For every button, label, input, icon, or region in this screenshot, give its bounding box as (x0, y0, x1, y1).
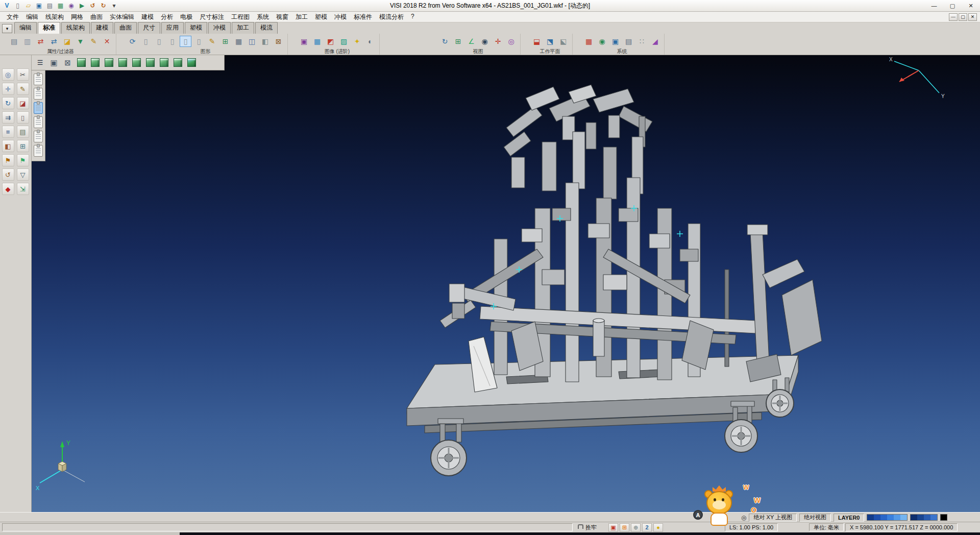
board-grid-icon[interactable]: ▦ (233, 36, 244, 47)
points-grid-icon[interactable]: ∷ (636, 36, 648, 47)
rotate-icon[interactable]: ↻ (2, 97, 14, 109)
filter-edit-icon[interactable]: ✎ (88, 36, 100, 47)
eye-icon[interactable]: ◉ (479, 36, 491, 47)
swap-blue-icon[interactable]: ⇄ (48, 36, 60, 47)
board-copy-icon[interactable]: ◫ (246, 36, 258, 47)
table-icon[interactable]: ▤ (623, 36, 634, 47)
paint-icon[interactable]: ◧ (2, 140, 14, 152)
marker-icon[interactable]: ◆ (2, 183, 14, 195)
macro-play-icon[interactable]: ▶ (77, 2, 87, 10)
scissors-icon[interactable]: ✂ (17, 68, 29, 81)
attach-icon[interactable]: ⊕ (631, 523, 641, 532)
tab-dimension[interactable]: 尺寸 (138, 22, 160, 34)
tab-edit[interactable]: 编辑 (14, 22, 37, 34)
menu-item[interactable]: 塑模 (311, 12, 331, 22)
axis-view-icon[interactable]: ✛ (492, 36, 504, 47)
maximize-button[interactable]: ▢ (943, 1, 962, 11)
palette-icon[interactable]: ◩ (325, 36, 336, 47)
swap-red-icon[interactable]: ⇄ (35, 36, 46, 47)
view-right-icon[interactable] (116, 56, 129, 69)
measure-icon[interactable]: ∠ (465, 36, 477, 47)
pencil-icon[interactable]: ✎ (17, 83, 29, 95)
board-2-icon[interactable]: ▯ (153, 36, 165, 47)
color-grid-icon[interactable]: ▦ (583, 36, 595, 47)
zoom-extents-icon[interactable]: ⊞ (452, 36, 464, 47)
light-icon[interactable]: ✦ (351, 36, 363, 47)
view-left-icon[interactable] (130, 56, 143, 69)
open-folder-icon[interactable]: ▱ (23, 2, 33, 10)
layer-2-icon[interactable]: 2 (642, 523, 652, 532)
offset-icon[interactable]: ⇉ (2, 111, 14, 124)
zoom-select-icon[interactable]: ◎ (2, 68, 14, 81)
monitor-icon[interactable]: ▣ (609, 36, 621, 47)
display-mode-2-icon[interactable] (34, 88, 43, 100)
menu-item[interactable]: 线架构 (42, 12, 67, 22)
redo-icon[interactable]: ↻ (99, 2, 108, 10)
tab-modeling[interactable]: 建模 (91, 22, 113, 34)
workplane-align-icon[interactable]: ⬔ (544, 36, 556, 47)
taskbar-strip[interactable] (0, 532, 980, 535)
tab-standard[interactable]: 标准 (38, 22, 60, 34)
tab-die[interactable]: 冲模 (208, 22, 231, 34)
board-5-icon[interactable]: ▯ (193, 36, 205, 47)
menu-item[interactable]: 标准件 (350, 12, 376, 22)
new-window-icon[interactable] (47, 56, 60, 69)
flag-green-icon[interactable]: ⚑ (17, 154, 29, 166)
bulb-icon[interactable]: ● (653, 523, 663, 532)
workplane-3pt-icon[interactable]: ⬕ (557, 36, 569, 47)
export-icon[interactable]: ⇲ (17, 183, 29, 195)
workplane-xy-icon[interactable]: ⬓ (531, 36, 543, 47)
undo-icon[interactable]: ↺ (88, 2, 97, 10)
mdi-close-button[interactable]: ✕ (968, 13, 977, 21)
snap-grid-icon[interactable]: ⊞ (620, 523, 629, 532)
dynamic-view-icon[interactable]: ↻ (439, 36, 451, 47)
menu-item[interactable]: 工程图 (228, 12, 253, 22)
color-palette-1[interactable] (867, 514, 908, 521)
tab-wireframe[interactable]: 线架构 (61, 22, 90, 34)
layer-panel[interactable]: LAYER0 (834, 514, 864, 522)
globe-icon[interactable]: ◉ (596, 36, 608, 47)
menu-item[interactable]: 电极 (177, 12, 196, 22)
close-button[interactable]: ✕ (962, 1, 980, 11)
view-top-icon[interactable] (89, 56, 102, 69)
grid-icon[interactable]: ⊞ (17, 140, 29, 152)
menu-item[interactable]: 加工 (292, 12, 311, 22)
regen-icon[interactable]: ⟳ (127, 36, 138, 47)
menu-item[interactable]: 模流分析 (376, 12, 407, 22)
menu-item[interactable]: ? (407, 12, 418, 22)
report-icon[interactable]: ▥ (21, 36, 33, 47)
visi-logo[interactable]: V (2, 2, 12, 10)
layers-icon[interactable]: ▤ (17, 126, 29, 138)
tab-application[interactable]: 应用 (161, 22, 184, 34)
view-front-icon[interactable] (103, 56, 115, 69)
board-add-icon[interactable]: ⊞ (219, 36, 231, 47)
board-edit-icon[interactable]: ✎ (206, 36, 218, 47)
tools-icon[interactable]: ⊠ (273, 36, 284, 47)
board-lock-icon[interactable]: ◧ (259, 36, 271, 47)
tab-flow[interactable]: 模流 (255, 22, 278, 34)
menu-item[interactable]: 文件 (3, 12, 22, 22)
display-mode-1-icon[interactable] (34, 74, 43, 85)
shadow-icon[interactable]: ◐ (364, 36, 376, 47)
board-1-icon[interactable]: ▯ (140, 36, 152, 47)
minimize-button[interactable]: — (925, 1, 943, 11)
view-iso-icon[interactable] (75, 56, 88, 69)
stack-icon[interactable]: ≡ (2, 126, 14, 138)
camera-view-icon[interactable]: ◎ (505, 36, 517, 47)
menu-item[interactable]: 建模 (138, 12, 157, 22)
display-mode-6-icon[interactable] (34, 145, 43, 157)
tab-overflow-caret[interactable]: ▾ (2, 24, 12, 33)
render-icon[interactable]: ▣ (298, 36, 310, 47)
undo-side-icon[interactable]: ↺ (2, 168, 14, 181)
color-palette-2[interactable] (910, 514, 938, 521)
plot-icon[interactable]: ▦ (56, 2, 65, 10)
3d-viewport[interactable]: Y X X Y (32, 55, 980, 512)
cad-model[interactable]: Y X X Y (32, 55, 980, 512)
copy-icon[interactable]: ▯ (17, 111, 29, 124)
qat-overflow-caret[interactable]: ▾ (109, 2, 119, 10)
filter-remove-icon[interactable]: ✕ (101, 36, 113, 47)
flag-orange-icon[interactable]: ⚑ (2, 154, 14, 166)
menu-item[interactable]: 编辑 (22, 12, 42, 22)
view-back-icon[interactable] (144, 56, 157, 69)
menu-item[interactable]: 系统 (253, 12, 273, 22)
